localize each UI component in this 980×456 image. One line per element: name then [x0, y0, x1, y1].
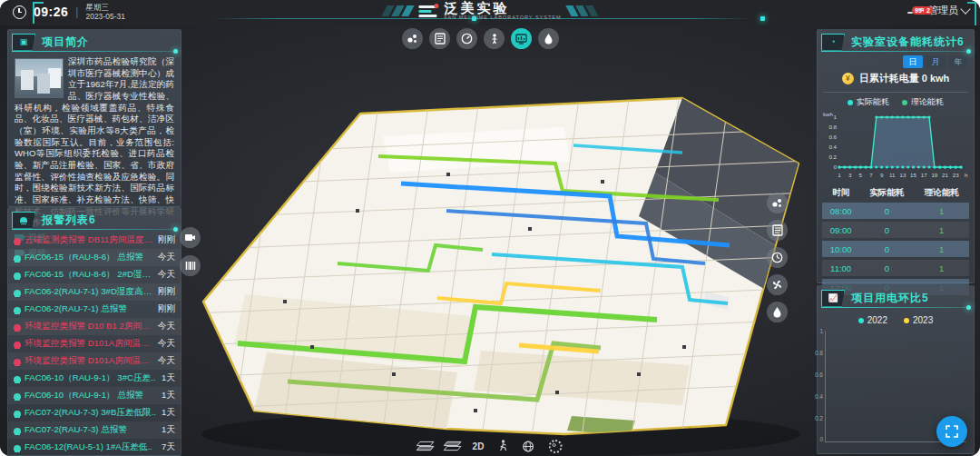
hvac-bubbles-button[interactable] [402, 28, 423, 49]
alarm-row[interactable]: 环境监控类报警 D10 B1 2房间温..今天 [8, 318, 181, 335]
alarm-text: FAC06-15（RAU-8-6） 2#D湿度.. [24, 269, 154, 281]
intro-header: ▣ 项目简介 [8, 30, 181, 52]
alarm-row[interactable]: FAC06-12(RAU-5-1) 1#A压差低..7天 [8, 439, 181, 456]
svg-text:0.2: 0.2 [828, 154, 837, 160]
alarm-row[interactable]: 环境监控类报警 D101A房间温度下今天 [8, 335, 181, 352]
layer-up-button[interactable] [418, 440, 431, 452]
energy-table-row[interactable]: 10:0001 [822, 241, 969, 257]
alarm-time: 今天 [158, 355, 175, 367]
svg-text:21: 21 [942, 172, 948, 178]
energy-table: 时间 实际能耗 理论能耗 08:000109:000110:000111:000… [822, 184, 969, 298]
svg-text:5: 5 [859, 172, 863, 178]
header-dot [966, 49, 971, 54]
tab-month[interactable]: 月 [926, 55, 946, 68]
svg-text:1: 1 [838, 172, 841, 178]
gauge-button[interactable] [456, 28, 477, 49]
alarm-row[interactable]: 环境监控类报警 D101A房间温度上..今天 [8, 352, 181, 370]
alarm-text: FAC06-10（RAU-9-1） 3#C压差.. [24, 372, 158, 384]
drop-button[interactable] [767, 302, 788, 322]
tab-year[interactable]: 年 [948, 55, 968, 68]
clock-icon [13, 5, 26, 19]
walkthrough-button[interactable] [498, 440, 507, 452]
alarm-row[interactable]: FAC06-2(RAU-7-1) 总报警刚刚 [8, 301, 181, 318]
user-menu[interactable]: 管理员 [928, 4, 969, 17]
alarm-row[interactable]: FAC06-10（RAU-9-1） 总报警1天 [8, 387, 181, 404]
energy-monitor-button-active[interactable] [511, 28, 532, 49]
expand-arrows-icon [945, 424, 959, 439]
water-drop-button[interactable] [538, 28, 559, 49]
alarm-text: 环境监控类报警 D101A房间温度下 [24, 338, 154, 350]
header-dot [173, 49, 178, 54]
alarm-row[interactable]: FAC06-15（RAU-8-6） 总报警今天 [8, 249, 181, 266]
layer-down-button[interactable] [446, 440, 458, 452]
alarm-time: 今天 [158, 269, 175, 281]
alarm-bell-icon [14, 342, 21, 347]
alarm-text: FAC06-15（RAU-8-6） 总报警 [24, 252, 154, 263]
header-dot [173, 227, 178, 232]
legend-actual: 实际能耗 [848, 96, 889, 108]
globe-button[interactable] [522, 440, 534, 452]
line-dot [760, 16, 765, 21]
svg-text:0.8: 0.8 [828, 124, 837, 130]
svg-text:13: 13 [899, 172, 906, 178]
viewer-toolbar: 2D [418, 440, 563, 452]
svg-text:7: 7 [869, 172, 873, 178]
energy-table-row[interactable]: 09:0001 [822, 222, 969, 238]
divider [823, 92, 968, 93]
alarm-bell-icon [14, 290, 21, 295]
energy-table-row[interactable]: 11:0001 [822, 260, 969, 276]
alarm-text: 云端监测类报警 DB11房间温度下.. [24, 234, 154, 246]
valve-person-button[interactable] [484, 28, 505, 49]
alarm-time: 1天 [162, 407, 175, 419]
system-layer-toolbar [402, 28, 559, 49]
alarm-time: 刚刚 [158, 234, 175, 246]
app-title: 泛美实验 [444, 2, 561, 15]
alarm-row[interactable]: FAC06-15（RAU-8-6） 2#D湿度..今天 [8, 266, 181, 283]
date-label: 2023-05-31 [85, 12, 124, 21]
fullscreen-button[interactable] [936, 416, 967, 447]
app-subtitle: FAN MEI TIME LABORATORY SYSTEM [444, 15, 561, 20]
fan-button[interactable] [767, 274, 788, 295]
svg-text:11: 11 [889, 172, 896, 178]
project-intro-panel: ▣ 项目简介 深圳市药品检验研究院（深圳市医疗器械检测中心）成立于1962年7月… [7, 29, 181, 207]
intro-title: 项目简介 [42, 35, 89, 50]
picture-icon: ▣ [12, 34, 35, 51]
alarm-bell-icon [14, 359, 21, 364]
alarm-time: 今天 [158, 338, 175, 350]
svg-text:17: 17 [921, 172, 927, 178]
alarm-time: 1天 [162, 390, 175, 401]
header-dot [966, 305, 971, 310]
alarm-bell-icon [14, 273, 21, 278]
alarm-header: 报警列表6 [8, 208, 181, 230]
energy-table-row[interactable]: 08:0001 [822, 203, 969, 219]
legend-label: 2023 [913, 315, 933, 325]
alarm-row[interactable]: FAC07-2(RAU-7-3) 总报警1天 [8, 421, 181, 439]
camera-button[interactable] [180, 227, 201, 248]
left-chevrons-decoration [384, 5, 411, 16]
settings-gear-button[interactable] [548, 440, 562, 452]
barcode-button[interactable] [180, 255, 201, 276]
legend-2022: 2022 [858, 315, 887, 325]
period-tabs: 日 月 年 [818, 52, 974, 68]
bubbles-button[interactable] [767, 193, 788, 213]
gauge-clock-button[interactable] [767, 247, 788, 268]
separator: | [75, 5, 78, 18]
svg-text:23: 23 [953, 172, 959, 178]
document-panel-button[interactable] [429, 28, 450, 49]
messages-badge: 2 [924, 6, 933, 15]
tab-day[interactable]: 日 [903, 55, 923, 68]
document-button[interactable] [767, 220, 788, 241]
alarm-row[interactable]: FAC07-2(RAU-7-3) 3#B压差低限..1天 [8, 404, 181, 421]
alarm-row[interactable]: FAC06-10（RAU-9-1） 3#C压差..1天 [8, 370, 181, 387]
legend-theoretical: 理论能耗 [902, 96, 944, 108]
2d-view-button[interactable]: 2D [473, 440, 485, 452]
alarm-bell-icon [14, 428, 21, 433]
alarm-time: 7天 [162, 441, 175, 453]
alarm-time: 1天 [162, 372, 175, 384]
floorplan-3d-model[interactable] [174, 73, 809, 456]
alarm-row[interactable]: FAC06-2(RAU-7-1) 3#D湿度高限..刚刚 [8, 283, 181, 301]
chart-icon: 📈 [821, 290, 845, 307]
alarm-list-panel: 报警列表6 云端监测类报警 DB11房间温度下..刚刚FAC06-15（RAU-… [7, 207, 181, 456]
alarm-row[interactable]: 云端监测类报警 DB11房间温度下..刚刚 [8, 232, 181, 249]
alarm-text: 环境监控类报警 D10 B1 2房间温.. [24, 321, 154, 332]
